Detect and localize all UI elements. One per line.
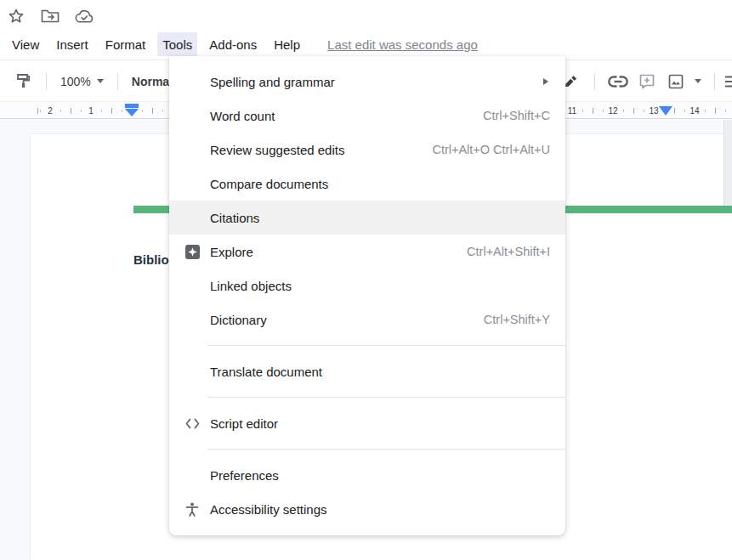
accessibility-icon [184,501,200,517]
toolbar-separator [117,73,118,90]
menubar-item-view[interactable]: View [7,32,44,56]
menu-divider [207,449,565,450]
checklist-icon[interactable] [723,67,732,96]
ruler-number-15: 15 [729,105,732,117]
ruler-number-1: 1 [86,105,96,117]
menu-item-label: Review suggested edits [210,143,344,157]
ruler-number-14: 14 [687,105,701,117]
toolbar-separator [714,73,715,90]
menu-divider [207,345,565,346]
tools-menu-dropdown: Spelling and grammarWord countCtrl+Shift… [169,56,565,535]
menu-item-shortcut: Ctrl+Alt+Shift+I [467,245,565,258]
right-indent-marker[interactable] [659,106,672,116]
menubar-item-insert[interactable]: Insert [51,32,94,56]
ruler-number-11: 11 [565,105,579,117]
menu-item-shortcut: Ctrl+Alt+O Ctrl+Alt+U [432,143,565,156]
menu-item-shortcut: Ctrl+Shift+Y [484,313,565,326]
ruler-number-2: 2 [45,105,55,117]
menubar-item-tools[interactable]: Tools [157,32,197,56]
zoom-dropdown[interactable]: 100% [55,75,109,88]
menu-item-label: Explore [210,245,253,259]
chevron-down-icon [97,79,104,83]
google-docs-window: ViewInsertFormatToolsAdd-onsHelpLast edi… [0,0,732,560]
first-line-indent-marker[interactable] [125,104,139,108]
quick-actions [7,7,94,25]
script-editor-icon [184,416,200,431]
add-comment-icon[interactable] [633,67,661,96]
menu-item-label: Preferences [210,468,279,483]
toolbar-left-group: 100% Normal [9,61,173,101]
explore-icon [184,244,200,259]
menu-item-label: Citations [210,211,259,225]
left-indent-marker[interactable] [125,104,139,116]
menu-item-accessibility-settings[interactable]: Accessibility settings [169,492,565,526]
cloud-saved-icon [75,7,94,25]
toolbar-separator [46,73,47,90]
menu-item-review-suggested-edits[interactable]: Review suggested editsCtrl+Alt+O Ctrl+Al… [169,133,565,167]
toolbar-right-group [557,61,732,101]
submenu-arrow-icon [543,78,548,85]
menu-item-compare-documents[interactable]: Compare documents [169,167,565,201]
menu-item-label: Spelling and grammar [210,75,335,89]
last-edit-link[interactable]: Last edit was seconds ago [327,37,478,52]
top-bar: ViewInsertFormatToolsAdd-onsHelpLast edi… [0,0,732,60]
insert-image-icon[interactable] [661,67,690,96]
menu-item-label: Accessibility settings [210,502,327,517]
menubar-item-format[interactable]: Format [100,32,151,56]
menu-item-citations[interactable]: Citations [169,201,565,235]
menu-item-label: Compare documents [210,177,328,191]
image-dropdown-caret[interactable] [690,67,706,96]
menu-item-label: Word count [210,109,275,123]
menu-item-label: Script editor [210,416,278,431]
move-folder-icon[interactable] [41,7,60,25]
paragraph-style-value[interactable]: Normal [127,75,173,88]
menubar-item-help[interactable]: Help [269,32,305,56]
menu-item-word-count[interactable]: Word countCtrl+Shift+C [169,99,565,133]
menu-bar: ViewInsertFormatToolsAdd-onsHelpLast edi… [7,32,478,56]
menu-item-shortcut: Ctrl+Shift+C [483,109,565,122]
ruler-number-12: 12 [605,105,620,117]
chevron-down-icon [695,79,701,83]
menu-divider [207,397,565,398]
insert-link-icon[interactable] [604,67,633,96]
scrollbar-strip[interactable] [723,120,732,206]
toolbar-separator [594,73,595,90]
menu-item-script-editor[interactable]: Script editor [169,406,565,440]
menu-item-label: Dictionary [210,313,267,327]
menu-item-translate-document[interactable]: Translate document [169,354,565,388]
menu-item-preferences[interactable]: Preferences [169,458,565,492]
menubar-item-add-ons[interactable]: Add-ons [204,32,262,56]
zoom-value: 100% [60,75,91,88]
menu-item-label: Linked objects [210,279,292,293]
menu-item-explore[interactable]: ExploreCtrl+Alt+Shift+I [169,235,565,269]
menu-item-dictionary[interactable]: DictionaryCtrl+Shift+Y [169,303,565,337]
menu-item-spelling-and-grammar[interactable]: Spelling and grammar [169,65,565,99]
menu-item-label: Translate document [210,365,322,379]
paint-format-icon[interactable] [9,67,37,96]
left-indent-triangle[interactable] [125,109,139,116]
menu-item-linked-objects[interactable]: Linked objects [169,269,565,303]
star-icon[interactable] [7,7,26,25]
